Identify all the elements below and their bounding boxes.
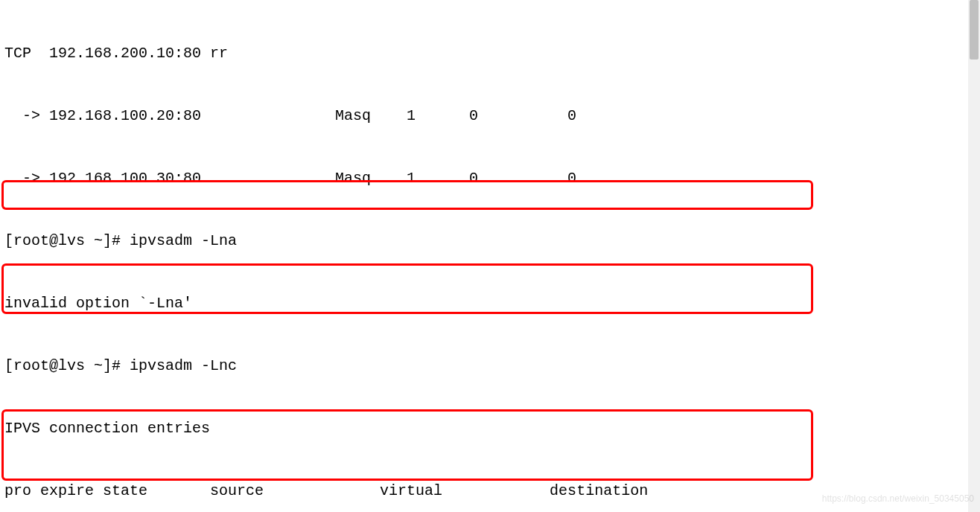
terminal-output[interactable]: TCP 192.168.200.10:80 rr -> 192.168.100.…	[0, 0, 980, 512]
scrollbar-thumb[interactable]	[970, 0, 979, 60]
output-line: invalid option `-Lna'	[4, 293, 976, 314]
watermark-text: https://blog.csdn.net/weixin_50345050	[822, 488, 974, 509]
output-line: [root@lvs ~]# ipvsadm -Lnc	[4, 356, 976, 377]
vertical-scrollbar[interactable]	[968, 0, 980, 512]
output-line: IPVS connection entries	[4, 418, 976, 439]
output-line: -> 192.168.100.30:80 Masq 1 0 0	[4, 168, 976, 189]
output-line: [root@lvs ~]# ipvsadm -Lna	[4, 231, 976, 252]
output-line: TCP 192.168.200.10:80 rr	[4, 43, 976, 64]
output-line: -> 192.168.100.20:80 Masq 1 0 0	[4, 106, 976, 127]
